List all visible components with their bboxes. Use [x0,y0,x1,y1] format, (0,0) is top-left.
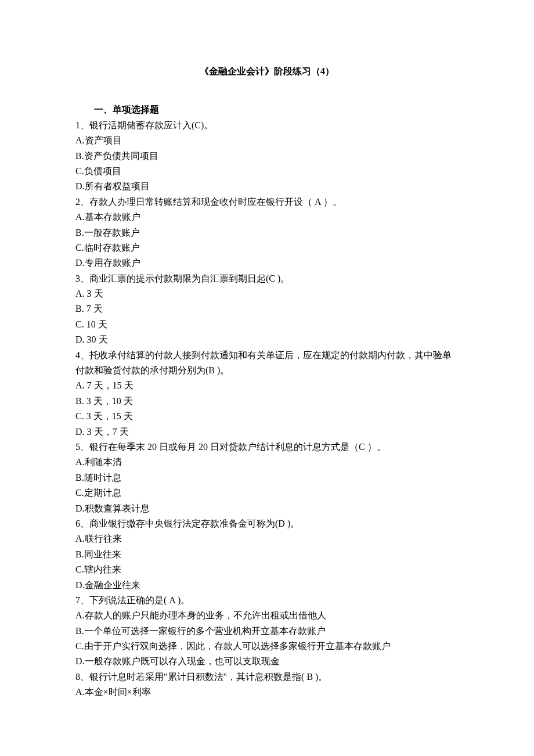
option-line: C. 10 天 [75,317,459,332]
option-line: A. 3 天 [75,286,459,301]
question-line: 4、托收承付结算的付款人接到付款通知和有关单证后，应在规定的付款期内付款，其中验… [75,348,459,379]
option-line: A.利随本清 [75,455,459,470]
option-line: C.由于开户实行双向选择，因此，存款人可以选择多家银行开立基本存款账户 [75,639,459,654]
option-line: B. 3 天，10 天 [75,394,459,409]
option-line: B.一个单位可选择一家银行的多个营业机构开立基本存款账户 [75,624,459,639]
question-line: 3、商业汇票的提示付款期限为自汇票到期日起(C )。 [75,271,459,286]
question-line: 5、银行在每季末 20 日或每月 20 日对贷款户结计利息的计息方式是（C ）。 [75,440,459,455]
question-line: 7、下列说法正确的是( A )。 [75,593,459,608]
option-line: A.本金×时间×利率 [75,685,459,700]
option-line: C.定期计息 [75,485,459,501]
option-line: D. 3 天，7 天 [75,424,459,440]
document-title: 《金融企业会计》阶段练习（4） [75,64,459,79]
option-line: C.负债项目 [75,164,459,179]
option-line: A.联行往来 [75,531,459,546]
option-line: C. 3 天，15 天 [75,409,459,424]
option-line: B.一般存款账户 [75,225,459,240]
question-line: 1、银行活期储蓄存款应计入(C)。 [75,118,459,133]
option-line: D.专用存款账户 [75,255,459,271]
option-line: D.所有者权益项目 [75,179,459,194]
option-line: B.资产负债共同项目 [75,149,459,164]
question-line: 2、存款人办理日常转账结算和现金收付时应在银行开设（ A ）。 [75,195,459,210]
option-line: C.辖内往来 [75,562,459,577]
option-line: D.金融企业往来 [75,578,459,593]
question-line: 6、商业银行缴存中央银行法定存款准备金可称为(D )。 [75,516,459,531]
option-line: A.资产项目 [75,133,459,148]
option-line: D.一般存款账户既可以存入现金，也可以支取现金 [75,654,459,669]
question-line: 8、银行计息时若采用"累计日积数法"，其计息积数是指( B )。 [75,669,459,685]
option-line: C.临时存款账户 [75,240,459,255]
option-line: A.基本存款账户 [75,210,459,225]
option-line: A.存款人的账户只能办理本身的业务，不允许出租或出借他人 [75,608,459,623]
option-line: B.同业往来 [75,547,459,562]
option-line: D.积数查算表计息 [75,501,459,516]
option-line: B. 7 天 [75,301,459,316]
section-heading: 一、单项选择题 [75,102,459,117]
option-line: D. 30 天 [75,332,459,347]
option-line: B.随时计息 [75,470,459,485]
option-line: A. 7 天，15 天 [75,378,459,393]
